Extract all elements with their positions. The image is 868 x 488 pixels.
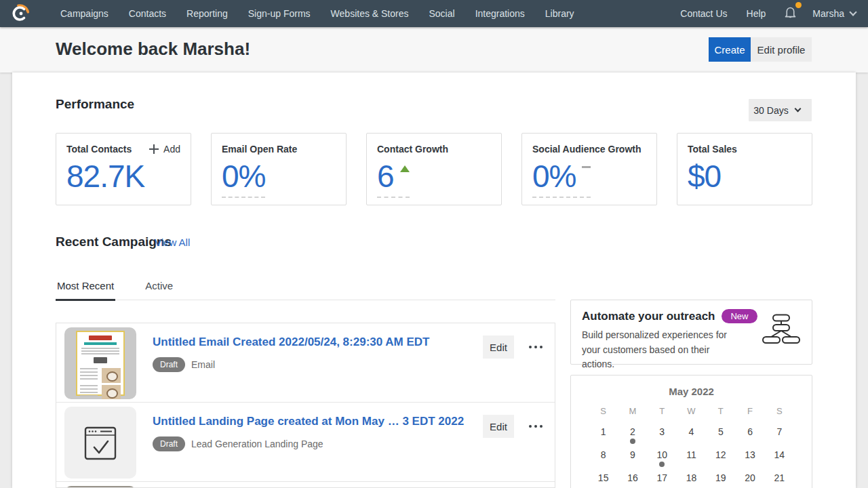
calendar-day[interactable]: 9: [618, 447, 647, 470]
event-dot: [630, 439, 635, 444]
calendar-day[interactable]: 11: [677, 447, 706, 470]
automation-promo-card[interactable]: Automate your outreach New Build persona…: [570, 300, 812, 365]
trend-up-icon: [400, 165, 410, 172]
campaign-info: Untitled Landing Page created at Mon May…: [153, 407, 483, 451]
email-preview-art: [76, 331, 125, 396]
overflow-menu-icon[interactable]: [526, 342, 545, 352]
landing-page-thumbnail[interactable]: [64, 407, 136, 479]
event-dot: [659, 462, 665, 467]
calendar-day[interactable]: 16: [618, 470, 647, 488]
constant-contact-logo-icon[interactable]: [8, 2, 31, 25]
calendar-day[interactable]: 14: [765, 447, 794, 470]
add-contacts-button[interactable]: Add: [149, 144, 180, 155]
promo-title: Automate your outreach: [582, 310, 715, 323]
nav-help[interactable]: Help: [737, 8, 776, 19]
chevron-down-icon: [794, 106, 801, 113]
edit-button[interactable]: Edit: [483, 415, 514, 438]
edit-profile-button[interactable]: Edit profile: [751, 37, 812, 62]
campaign-actions: Edit: [483, 327, 545, 359]
calendar-day[interactable]: 1: [589, 424, 618, 447]
campaign-row-landing-page: Untitled Landing Page created at Mon May…: [56, 403, 555, 482]
chevron-down-icon: [849, 8, 856, 16]
main-panel: Performance 30 Days Total Contacts Add 8…: [12, 73, 856, 488]
nav-social[interactable]: Social: [419, 8, 465, 19]
calendar-day[interactable]: 17: [648, 470, 677, 488]
email-thumbnail[interactable]: [64, 327, 136, 399]
create-button[interactable]: Create: [709, 37, 751, 62]
dow-label: W: [677, 406, 706, 424]
calendar-day[interactable]: 3: [648, 424, 677, 447]
metric-card-email-open-rate: Email Open Rate 0%: [211, 133, 347, 205]
automation-flowchart-icon: [762, 314, 801, 348]
campaign-info: Untitled Email Created 2022/05/24, 8:29:…: [153, 327, 483, 372]
calendar-day[interactable]: 8: [589, 447, 618, 470]
edit-button[interactable]: Edit: [483, 336, 514, 359]
user-menu[interactable]: Marsha: [806, 8, 868, 19]
nav-contact-us[interactable]: Contact Us: [671, 8, 736, 19]
campaign-row-partial: [56, 482, 555, 488]
calendar-day[interactable]: 7: [765, 424, 794, 447]
metric-label: Social Audience Growth: [532, 144, 642, 155]
user-name: Marsha: [812, 8, 844, 19]
nav-contacts[interactable]: Contacts: [119, 8, 176, 19]
status-badge: Draft: [153, 436, 185, 451]
calendar-day-with-event[interactable]: 10: [648, 447, 677, 470]
dow-label: F: [735, 406, 764, 424]
calendar-day[interactable]: 6: [735, 424, 764, 447]
metric-label: Contact Growth: [377, 144, 448, 155]
calendar-day[interactable]: 21: [765, 470, 794, 488]
dow-label: T: [706, 406, 735, 424]
nav-integrations[interactable]: Integrations: [465, 8, 535, 19]
nav-reporting[interactable]: Reporting: [176, 8, 238, 19]
top-navigation: Campaigns Contacts Reporting Sign-up For…: [0, 0, 868, 27]
calendar-day[interactable]: 5: [706, 424, 735, 447]
dow-label: S: [589, 406, 618, 424]
metric-card-contact-growth: Contact Growth 6: [366, 133, 502, 205]
notification-badge-dot: [795, 2, 802, 8]
view-all-link[interactable]: View All: [155, 237, 190, 248]
campaign-title-link[interactable]: Untitled Landing Page created at Mon May…: [153, 415, 478, 428]
promo-description: Build personalized experiences for your …: [582, 328, 738, 372]
notifications-button[interactable]: [775, 5, 806, 22]
tab-most-recent[interactable]: Most Recent: [56, 276, 115, 301]
nav-right-group: Contact Us Help Marsha: [671, 5, 868, 22]
nav-campaigns[interactable]: Campaigns: [50, 8, 119, 19]
overflow-menu-icon[interactable]: [526, 421, 545, 432]
metric-label: Total Contacts: [66, 144, 132, 155]
date-range-select[interactable]: 30 Days: [749, 99, 812, 121]
metric-label: Email Open Rate: [222, 144, 297, 155]
calendar-day[interactable]: 4: [677, 424, 706, 447]
nav-signup-forms[interactable]: Sign-up Forms: [238, 8, 321, 19]
campaign-row-email: Untitled Email Created 2022/05/24, 8:29:…: [56, 323, 555, 403]
metric-value: 0%: [532, 159, 576, 194]
calendar-day-with-event[interactable]: 2: [618, 424, 647, 447]
landing-page-icon: [82, 423, 119, 462]
calendar-month-label: May 2022: [571, 386, 812, 397]
calendar-day[interactable]: 19: [706, 470, 735, 488]
metric-value: 0%: [222, 159, 265, 194]
campaign-list: Untitled Email Created 2022/05/24, 8:29:…: [56, 323, 555, 488]
calendar-day[interactable]: 12: [706, 447, 735, 470]
calendar-card: May 2022 S M T W T F S 1 2 3 4 5 6 7 8 9…: [570, 375, 812, 488]
plus-icon: [149, 144, 159, 154]
metric-card-total-contacts: Total Contacts Add 82.7K: [56, 133, 191, 205]
date-range-value: 30 Days: [753, 105, 788, 116]
calendar-day[interactable]: 18: [677, 470, 706, 488]
welcome-band: Welcome back Marsha! Create Edit profile: [0, 27, 868, 73]
new-badge: New: [722, 309, 757, 323]
nav-websites-stores[interactable]: Websites & Stores: [321, 8, 419, 19]
calendar-grid: S M T W T F S 1 2 3 4 5 6 7 8 9 10 11 12…: [589, 406, 794, 488]
welcome-heading: Welcome back Marsha!: [56, 39, 250, 60]
metric-value: $0: [688, 159, 721, 194]
calendar-day[interactable]: 13: [735, 447, 764, 470]
calendar-day[interactable]: 20: [735, 470, 764, 488]
calendar-day[interactable]: 15: [589, 470, 618, 488]
performance-title: Performance: [56, 97, 134, 112]
campaign-title-link[interactable]: Untitled Email Created 2022/05/24, 8:29:…: [153, 336, 478, 349]
metric-card-total-sales: Total Sales $0: [677, 133, 812, 205]
tab-active[interactable]: Active: [144, 276, 174, 300]
dow-label: M: [618, 406, 647, 424]
metric-value: 6: [377, 159, 394, 194]
nav-library[interactable]: Library: [535, 8, 585, 19]
metric-card-social-audience-growth: Social Audience Growth 0%: [521, 133, 657, 205]
